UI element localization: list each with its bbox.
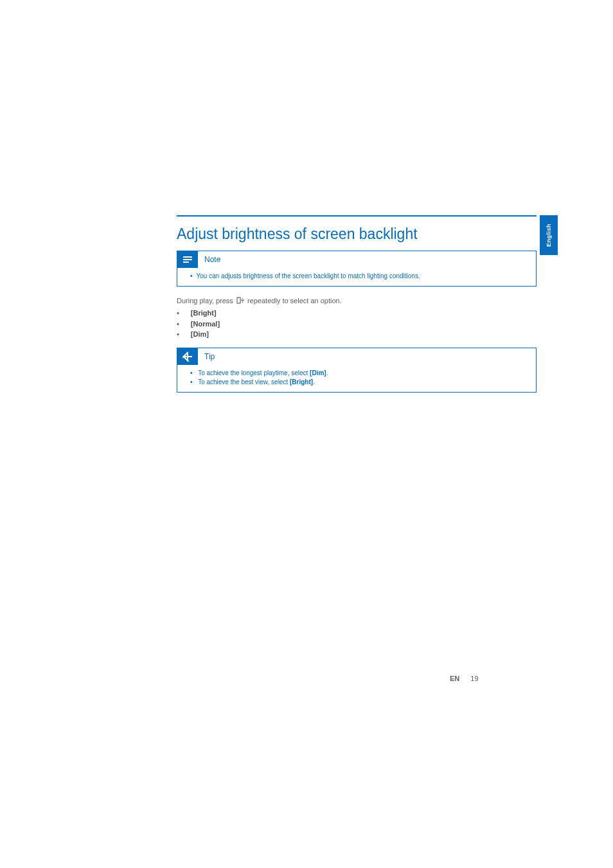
brightness-button-icon [236, 296, 244, 307]
tip-body: To achieve the longest playtime, select … [177, 365, 536, 392]
svg-line-12 [243, 299, 244, 300]
svg-point-4 [242, 299, 243, 301]
svg-line-10 [243, 301, 244, 301]
tip-item: To achieve the best view, select [Bright… [190, 378, 529, 387]
svg-rect-0 [183, 256, 192, 258]
note-callout: Note You can adjusts brightness of the s… [177, 251, 537, 287]
section-heading: Adjust brightness of screen backlight [177, 226, 537, 243]
language-label: English [546, 224, 552, 247]
note-title: Note [198, 255, 220, 264]
note-body: You can adjusts brightness of the screen… [177, 268, 536, 286]
option-item: [Dim] [177, 329, 537, 340]
page-content: Adjust brightness of screen backlight No… [177, 215, 537, 402]
page-footer: EN 19 [450, 675, 479, 682]
note-icon [177, 251, 198, 268]
svg-rect-2 [183, 261, 189, 263]
tip-icon [177, 348, 198, 365]
note-item: You can adjusts brightness of the screen… [190, 272, 529, 281]
note-header: Note [177, 251, 536, 268]
footer-page-number: 19 [470, 675, 478, 682]
option-item: [Normal] [177, 319, 537, 330]
svg-rect-3 [237, 297, 240, 303]
instruction-post: repeatedly to select an option. [247, 297, 342, 305]
asterisk-icon [182, 351, 193, 362]
footer-language: EN [450, 675, 459, 682]
option-item: [Bright] [177, 308, 537, 319]
language-tab: English [540, 215, 558, 255]
options-list: [Bright] [Normal] [Dim] [177, 308, 537, 340]
svg-line-9 [242, 299, 242, 300]
instruction-pre: During play, press [177, 297, 235, 305]
tip-title: Tip [198, 352, 215, 361]
top-rule [177, 215, 537, 217]
tip-item: To achieve the longest playtime, select … [190, 369, 529, 378]
svg-rect-1 [183, 259, 192, 260]
tip-callout: Tip To achieve the longest playtime, sel… [177, 348, 537, 393]
instruction-text: During play, press repeatedly to select … [177, 296, 537, 340]
note-lines-icon [182, 255, 193, 264]
tip-header: Tip [177, 348, 536, 365]
svg-line-11 [242, 301, 242, 301]
